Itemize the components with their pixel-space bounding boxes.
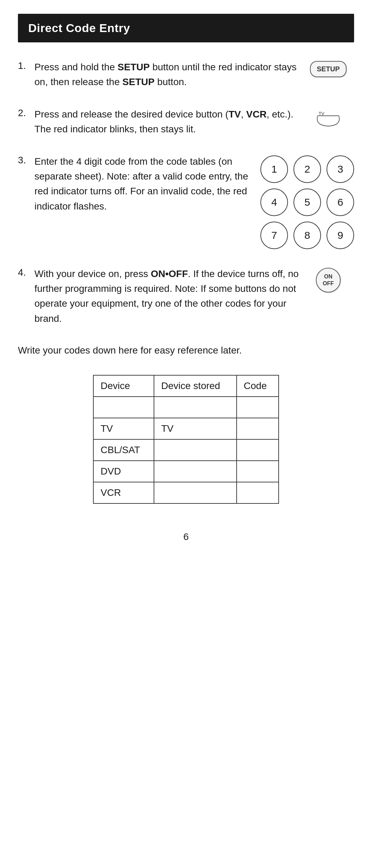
key-2: 2: [293, 155, 321, 183]
empty-cell-1: [93, 397, 154, 418]
step-4-left: 4. With your device on, press ON•OFF. If…: [18, 266, 302, 326]
step-1: 1. Press and hold the SETUP button until…: [18, 60, 354, 90]
device-dvd: DVD: [93, 461, 154, 482]
key-7: 7: [260, 222, 288, 249]
reference-note: Write your codes down here for easy refe…: [18, 343, 354, 358]
numpad-icon: 1 2 3 4 5 6 7 8 9: [260, 155, 354, 249]
page-container: Direct Code Entry 1. Press and hold the …: [0, 0, 372, 868]
step-2-text: Press and release the desired device but…: [34, 107, 302, 137]
step-3-text: Enter the 4 digit code from the code tab…: [34, 154, 260, 214]
table-empty-row: [93, 397, 279, 418]
onoff-icon-line2: OFF: [323, 280, 334, 287]
page-title: Direct Code Entry: [28, 21, 344, 35]
header-bar: Direct Code Entry: [18, 14, 354, 42]
step-4-number: 4.: [18, 267, 28, 278]
stored-dvd: [154, 461, 237, 482]
empty-cell-2: [154, 397, 237, 418]
step-1-left: 1. Press and hold the SETUP button until…: [18, 60, 302, 90]
table-header-row: Device Device stored Code: [93, 375, 279, 397]
key-9: 9: [327, 222, 354, 249]
key-3: 3: [327, 155, 354, 183]
step-3: 3. Enter the 4 digit code from the code …: [18, 154, 354, 249]
onoff-button-icon: ON OFF: [316, 268, 341, 293]
key-5: 5: [293, 188, 321, 216]
col-stored-header: Device stored: [154, 375, 237, 397]
setup-button-icon: SETUP: [310, 61, 347, 77]
code-cbl: [237, 439, 279, 461]
step-3-left: 3. Enter the 4 digit code from the code …: [18, 154, 260, 214]
setup-icon-label: SETUP: [317, 65, 340, 73]
step-2: 2. Press and release the desired device …: [18, 107, 354, 137]
key-8: 8: [293, 222, 321, 249]
table-row: TV TV: [93, 418, 279, 439]
step-1-number: 1.: [18, 60, 28, 71]
code-table: Device Device stored Code TV TV CB: [93, 375, 279, 504]
step-4-icon-area: ON OFF: [302, 266, 354, 293]
tv-button-icon: TV: [314, 108, 342, 127]
onoff-icon-line1: ON: [324, 273, 332, 280]
step-3-number: 3.: [18, 155, 28, 166]
table-row: CBL/SAT: [93, 439, 279, 461]
svg-text:TV: TV: [319, 111, 324, 116]
page-number: 6: [18, 531, 354, 542]
table-row: VCR: [93, 482, 279, 503]
code-table-wrapper: Device Device stored Code TV TV CB: [18, 375, 354, 504]
stored-cbl: [154, 439, 237, 461]
key-6: 6: [327, 188, 354, 216]
table-row: DVD: [93, 461, 279, 482]
stored-tv: TV: [154, 418, 237, 439]
device-tv: TV: [93, 418, 154, 439]
key-1: 1: [260, 155, 288, 183]
col-device-header: Device: [93, 375, 154, 397]
key-4: 4: [260, 188, 288, 216]
step-2-icon-area: TV: [302, 107, 354, 127]
step-1-icon-area: SETUP: [302, 60, 354, 77]
step-2-left: 2. Press and release the desired device …: [18, 107, 302, 137]
step-2-number: 2.: [18, 108, 28, 119]
step-4: 4. With your device on, press ON•OFF. If…: [18, 266, 354, 326]
step-4-text: With your device on, press ON•OFF. If th…: [34, 266, 302, 326]
step-3-icon-area: 1 2 3 4 5 6 7 8 9: [260, 154, 354, 249]
col-code-header: Code: [237, 375, 279, 397]
tv-icon-svg: TV: [314, 108, 342, 127]
code-vcr: [237, 482, 279, 503]
device-vcr: VCR: [93, 482, 154, 503]
empty-cell-3: [237, 397, 279, 418]
code-dvd: [237, 461, 279, 482]
code-tv: [237, 418, 279, 439]
device-cbl: CBL/SAT: [93, 439, 154, 461]
stored-vcr: [154, 482, 237, 503]
step-1-text: Press and hold the SETUP button until th…: [34, 60, 302, 90]
